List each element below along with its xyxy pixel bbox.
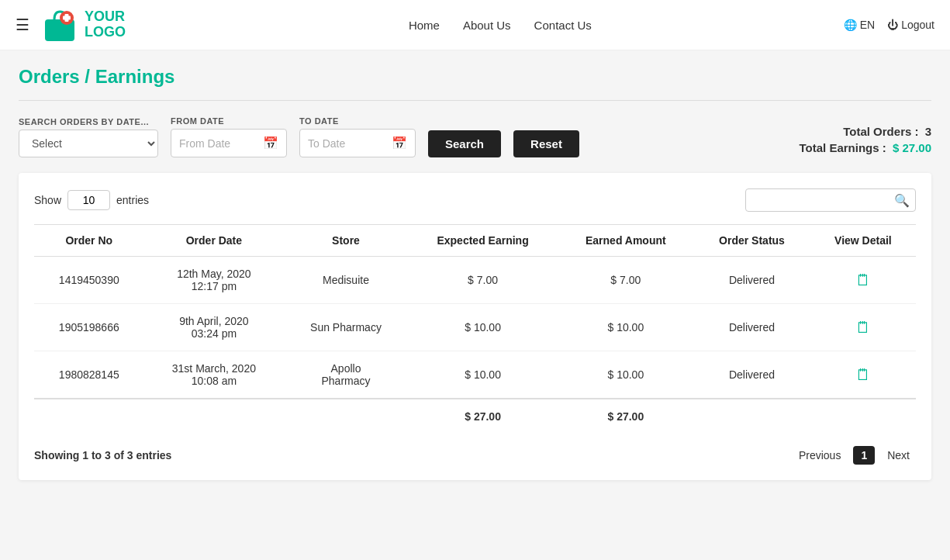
- total-label: [34, 399, 408, 434]
- search-button[interactable]: Search: [428, 130, 501, 157]
- pagination-info: Showing 1 to 3 of 3 entries: [34, 449, 171, 461]
- power-icon: ⏻: [887, 19, 898, 31]
- entries-control: Show 10 entries: [34, 190, 149, 210]
- col-view-detail: View Detail: [810, 225, 916, 257]
- table-row: 1419450390 12th May, 202012:17 pm Medisu…: [34, 257, 916, 304]
- from-date-group: FROM DATE From Date 📅: [171, 116, 287, 157]
- cell-expected-earning: $ 10.00: [408, 351, 558, 399]
- from-date-label: FROM DATE: [171, 116, 287, 126]
- table-search-icon[interactable]: 🔍: [894, 193, 910, 208]
- to-date-calendar-icon: 📅: [392, 136, 407, 150]
- show-label: Show: [34, 194, 61, 206]
- total-orders-label: Total Orders :: [843, 125, 918, 138]
- total-orders-value: 3: [925, 125, 931, 138]
- hamburger-icon[interactable]: ☰: [16, 16, 29, 34]
- cell-earned-amount: $ 10.00: [558, 304, 693, 351]
- col-order-status: Order Status: [693, 225, 810, 257]
- filter-summary: Total Orders : 3 Total Earnings : $ 27.0…: [800, 125, 931, 157]
- view-detail-icon[interactable]: 🗒: [855, 366, 871, 383]
- col-store: Store: [284, 225, 408, 257]
- reset-button[interactable]: Reset: [513, 130, 579, 157]
- search-date-label: SEARCH ORDERS BY DATE...: [19, 117, 158, 126]
- page-title: Orders / Earnings: [19, 66, 931, 88]
- col-expected-earning: Expected Earning: [408, 225, 558, 257]
- table-controls: Show 10 entries 🔍: [34, 188, 916, 212]
- logo-icon: [39, 5, 81, 44]
- total-orders-line: Total Orders : 3: [800, 125, 931, 138]
- logout-label: Logout: [901, 19, 934, 31]
- table-row: 1905198666 9th April, 202003:24 pm Sun P…: [34, 304, 916, 351]
- to-date-input[interactable]: To Date 📅: [299, 129, 416, 157]
- col-order-date: Order Date: [144, 225, 285, 257]
- view-detail-icon[interactable]: 🗒: [855, 319, 871, 336]
- cell-earned-amount: $ 7.00: [558, 257, 693, 304]
- cell-order-date: 12th May, 202012:17 pm: [144, 257, 285, 304]
- cell-order-date: 31st March, 202010:08 am: [144, 351, 285, 399]
- language-button[interactable]: 🌐 EN: [844, 19, 875, 31]
- navbar: ☰ YOUR LOGO Home About Us Contact Us 🌐 E…: [0, 0, 950, 50]
- pagination-controls: Previous 1 Next: [793, 446, 916, 465]
- next-button[interactable]: Next: [881, 446, 916, 465]
- table-search-input[interactable]: [745, 188, 916, 212]
- total-earnings-line: Total Earnings : $ 27.00: [800, 141, 931, 154]
- total-earnings-value: $ 27.00: [893, 141, 931, 154]
- cell-earned-amount: $ 10.00: [558, 351, 693, 399]
- svg-rect-3: [63, 16, 71, 20]
- cell-store: ApolloPharmacy: [284, 351, 408, 399]
- cell-view-detail[interactable]: 🗒: [810, 351, 916, 399]
- cell-view-detail[interactable]: 🗒: [810, 304, 916, 351]
- orders-table: Order No Order Date Store Expected Earni…: [34, 224, 916, 434]
- cell-store: Sun Pharmacy: [284, 304, 408, 351]
- cell-order-no: 1905198666: [34, 304, 144, 351]
- current-page[interactable]: 1: [853, 446, 875, 465]
- total-expected: $ 27.00: [408, 399, 558, 434]
- from-date-calendar-icon: 📅: [263, 136, 278, 150]
- search-date-select[interactable]: Select: [19, 130, 158, 157]
- globe-icon: 🌐: [844, 19, 857, 31]
- table-total-row: $ 27.00 $ 27.00: [34, 399, 916, 434]
- cell-expected-earning: $ 10.00: [408, 304, 558, 351]
- total-earnings-label: Total Earnings :: [800, 141, 886, 154]
- cell-order-no: 1980828145: [34, 351, 144, 399]
- entries-label: entries: [116, 194, 149, 206]
- cell-order-status: Delivered: [693, 257, 810, 304]
- previous-button[interactable]: Previous: [793, 446, 847, 465]
- logo-text: YOUR LOGO: [85, 9, 126, 40]
- to-date-label: TO DATE: [299, 116, 416, 126]
- table-header-row: Order No Order Date Store Expected Earni…: [34, 225, 916, 257]
- filter-row: SEARCH ORDERS BY DATE... Select FROM DAT…: [19, 116, 931, 157]
- cell-store: Medisuite: [284, 257, 408, 304]
- pagination-row: Showing 1 to 3 of 3 entries Previous 1 N…: [34, 446, 916, 465]
- cell-order-status: Delivered: [693, 304, 810, 351]
- search-date-group: SEARCH ORDERS BY DATE... Select: [19, 117, 158, 157]
- col-order-no: Order No: [34, 225, 144, 257]
- navbar-right: 🌐 EN ⏻ Logout: [844, 19, 934, 31]
- cell-view-detail[interactable]: 🗒: [810, 257, 916, 304]
- language-label: EN: [860, 19, 875, 31]
- cell-expected-earning: $ 7.00: [408, 257, 558, 304]
- total-status: [693, 399, 916, 434]
- page-content: Orders / Earnings SEARCH ORDERS BY DATE.…: [0, 50, 950, 496]
- logo: YOUR LOGO: [39, 5, 126, 44]
- nav-contact-us[interactable]: Contact Us: [534, 19, 592, 32]
- to-date-text: To Date: [308, 137, 345, 150]
- nav-home[interactable]: Home: [409, 19, 440, 32]
- col-earned-amount: Earned Amount: [558, 225, 693, 257]
- nav-links: Home About Us Contact Us: [157, 19, 844, 32]
- entries-input[interactable]: 10: [67, 190, 110, 210]
- table-row: 1980828145 31st March, 202010:08 am Apol…: [34, 351, 916, 399]
- from-date-text: From Date: [179, 137, 230, 150]
- to-date-group: TO DATE To Date 📅: [299, 116, 416, 157]
- divider: [19, 100, 931, 101]
- view-detail-icon[interactable]: 🗒: [855, 271, 871, 289]
- from-date-input[interactable]: From Date 📅: [171, 129, 287, 157]
- total-earned: $ 27.00: [558, 399, 693, 434]
- table-search-wrap: 🔍: [745, 188, 916, 212]
- table-panel: Show 10 entries 🔍 Order No Order Date St…: [19, 173, 931, 480]
- logout-button[interactable]: ⏻ Logout: [887, 19, 934, 31]
- nav-about-us[interactable]: About Us: [463, 19, 511, 32]
- cell-order-status: Delivered: [693, 351, 810, 399]
- cell-order-no: 1419450390: [34, 257, 144, 304]
- cell-order-date: 9th April, 202003:24 pm: [144, 304, 285, 351]
